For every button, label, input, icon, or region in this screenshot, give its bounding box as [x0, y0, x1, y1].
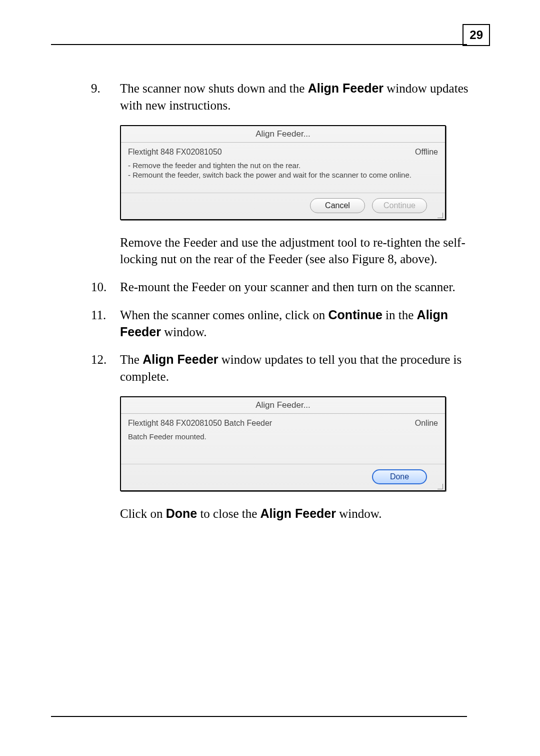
step-text: When the scanner comes online, click on — [120, 308, 328, 322]
continue-button[interactable]: Continue — [372, 198, 427, 213]
step-10: 10. Re-mount the Feeder on your scanner … — [91, 279, 470, 296]
ui-term-done: Done — [166, 506, 198, 520]
footer-rule — [51, 716, 467, 717]
step-text: window. — [336, 507, 382, 520]
ui-term-align-feeder: Align Feeder — [142, 352, 218, 366]
ui-term-continue: Continue — [328, 308, 382, 322]
dialog-title: Align Feeder... — [121, 126, 445, 143]
done-button[interactable]: Done — [372, 469, 427, 484]
dialog-title: Align Feeder... — [121, 397, 445, 414]
ui-term-align-feeder: Align Feeder — [260, 506, 336, 520]
step-9-continuation: Remove the Feeder and use the adjustment… — [120, 234, 470, 268]
dialog-status-message: Batch Feeder mounted. — [121, 431, 445, 464]
dialog-instructions: - Remove the feeder and tighten the nut … — [121, 160, 445, 193]
cancel-button[interactable]: Cancel — [310, 198, 365, 213]
align-feeder-dialog-offline: Align Feeder... Flextight 848 FX02081050… — [120, 125, 446, 220]
status-line: Batch Feeder mounted. — [128, 432, 438, 442]
step-text: to close the — [197, 507, 260, 520]
step-number: 10. — [91, 279, 106, 296]
step-number: 12. — [91, 351, 106, 368]
align-feeder-dialog-online: Align Feeder... Flextight 848 FX02081050… — [120, 396, 446, 491]
step-text: The — [120, 353, 142, 366]
connection-status: Offline — [415, 148, 438, 157]
ui-term-align-feeder: Align Feeder — [308, 81, 384, 95]
step-number: 9. — [91, 80, 100, 97]
device-name: Flextight 848 FX02081050 Batch Feeder — [128, 419, 272, 428]
step-number: 11. — [91, 307, 106, 324]
step-text: Re-mount the Feeder on your scanner and … — [120, 280, 456, 294]
header-rule — [51, 44, 467, 45]
connection-status: Online — [415, 419, 438, 428]
instruction-line: - Remove the feeder and tighten the nut … — [128, 161, 438, 171]
step-11: 11. When the scanner comes online, click… — [91, 307, 470, 341]
resize-grip-icon[interactable] — [436, 482, 443, 489]
device-name: Flextight 848 FX02081050 — [128, 148, 222, 157]
step-12-continuation: Click on Done to close the Align Feeder … — [120, 505, 470, 522]
main-content: 9. The scanner now shuts down and the Al… — [91, 80, 470, 533]
step-text: The scanner now shuts down and the — [120, 82, 308, 95]
step-text: in the — [382, 308, 417, 322]
step-text: window. — [161, 325, 206, 339]
instruction-line: - Remount the feeder, switch back the po… — [128, 170, 438, 180]
step-9: 9. The scanner now shuts down and the Al… — [91, 80, 470, 114]
resize-grip-icon[interactable] — [436, 211, 443, 218]
page-number: 29 — [462, 24, 490, 46]
step-text: Click on — [120, 507, 166, 520]
step-12: 12. The Align Feeder window updates to t… — [91, 351, 470, 385]
